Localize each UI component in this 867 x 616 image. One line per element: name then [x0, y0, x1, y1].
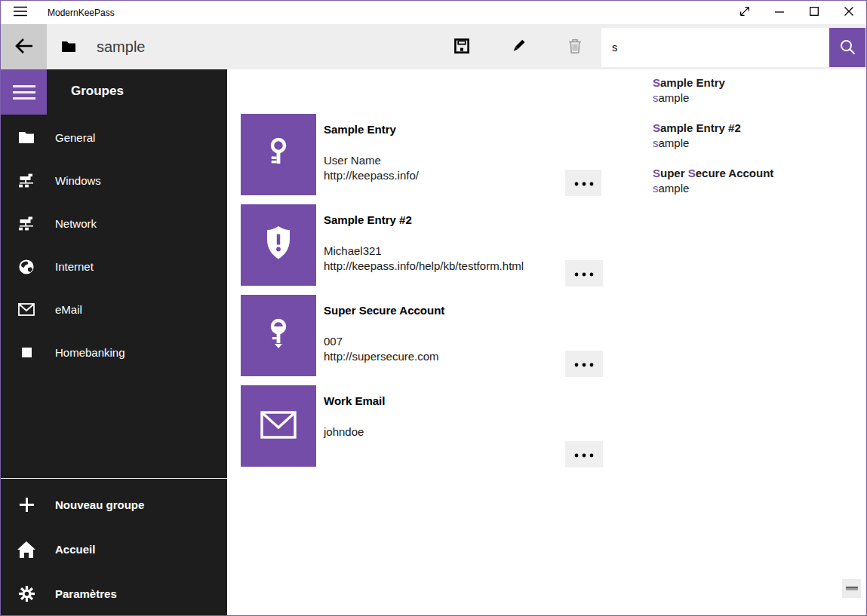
save-button[interactable]	[444, 24, 480, 69]
entry-details: User Name http://keepass.info/	[324, 153, 419, 183]
minimize-button[interactable]	[762, 1, 797, 24]
home-icon	[17, 541, 35, 558]
more-button[interactable]	[565, 260, 603, 287]
shield-alert-icon	[262, 225, 295, 265]
entry-details: johndoe	[324, 424, 364, 440]
save-icon	[454, 38, 469, 56]
entry-title: Work Email	[324, 394, 385, 407]
search-input[interactable]	[601, 28, 829, 67]
suggestion-subtitle: sample	[653, 90, 865, 106]
entry-tile[interactable]	[241, 114, 316, 195]
maximize-icon	[810, 7, 819, 18]
sidebar-item-home[interactable]: Accueil	[1, 527, 227, 572]
sidebar-item-windows[interactable]: Windows	[1, 159, 227, 202]
sidebar-item-label: Nouveau groupe	[55, 498, 144, 511]
square-icon	[17, 348, 35, 357]
entry-details: Michael321 http://keepass.info/help/kb/t…	[324, 244, 524, 274]
sidebar-item-label: Paramètres	[55, 587, 117, 600]
ellipsis-icon	[574, 268, 594, 279]
gear-icon	[17, 586, 35, 602]
back-button[interactable]	[1, 24, 47, 69]
plus-icon	[17, 497, 35, 513]
ellipsis-icon	[574, 449, 594, 460]
sidebar-item-internet[interactable]: Internet	[1, 245, 227, 288]
sidebar-separator	[1, 478, 227, 479]
key-icon	[261, 317, 296, 354]
folder-icon	[17, 131, 35, 144]
sidebar: Groupes General Windows Network Internet	[1, 69, 227, 616]
sidebar-item-general[interactable]: General	[1, 116, 227, 159]
entry-username: Michael321	[324, 244, 524, 259]
more-button[interactable]	[565, 441, 603, 467]
search-suggestions: Sample Entry sample Sample Entry #2 samp…	[601, 69, 865, 207]
sidebar-item-label: Homebanking	[55, 346, 125, 359]
ellipsis-icon	[574, 358, 594, 369]
entry-row[interactable]: Work Email johndoe	[227, 385, 867, 467]
more-button[interactable]	[565, 170, 603, 196]
search-suggestion[interactable]: Sample Entry sample	[601, 69, 865, 115]
sidebar-item-label: Accueil	[55, 543, 95, 556]
entry-url: http://supersecure.com	[324, 349, 439, 364]
network-icon	[17, 173, 35, 188]
ellipsis-icon	[574, 177, 594, 188]
suggestion-subtitle: sample	[653, 181, 865, 196]
delete-button[interactable]	[557, 24, 593, 69]
edit-pencil-icon	[511, 38, 526, 56]
sidebar-item-label: Windows	[55, 174, 101, 187]
close-button[interactable]	[832, 1, 866, 24]
envelope-icon	[17, 303, 35, 316]
titlebar-hamburger-button[interactable]	[7, 1, 34, 24]
window-controls	[727, 1, 866, 24]
suggestion-title: Super Secure Account	[653, 166, 865, 181]
edit-button[interactable]	[500, 24, 536, 69]
key-icon	[261, 136, 296, 173]
more-button[interactable]	[565, 351, 603, 377]
entry-tile[interactable]	[241, 204, 316, 286]
sidebar-item-homebanking[interactable]: Homebanking	[1, 331, 227, 374]
fullscreen-icon	[738, 5, 752, 20]
nav-hamburger-button[interactable]	[1, 69, 47, 115]
envelope-icon	[260, 411, 297, 442]
suggestion-title: Sample Entry #2	[653, 121, 865, 136]
suggestion-subtitle: sample	[653, 136, 865, 151]
app-window: ModernKeePass	[0, 0, 867, 616]
sidebar-item-new-group[interactable]: Nouveau groupe	[1, 483, 227, 527]
app-title: ModernKeePass	[48, 1, 115, 24]
fullscreen-button[interactable]	[727, 1, 762, 24]
minus-icon	[846, 587, 858, 590]
sidebar-item-label: eMail	[55, 303, 82, 316]
entry-title: Super Secure Account	[324, 304, 444, 317]
titlebar: ModernKeePass	[1, 1, 866, 24]
sidebar-item-label: General	[55, 131, 95, 144]
search-suggestion[interactable]: Super Secure Account sample	[601, 160, 865, 205]
entry-title: Sample Entry	[324, 123, 396, 136]
entry-title: Sample Entry #2	[324, 213, 412, 226]
entry-row[interactable]: Super Secure Account 007 http://supersec…	[227, 295, 867, 376]
magnifier-icon	[839, 38, 856, 57]
entry-row[interactable]: Sample Entry #2 Michael321 http://keepas…	[227, 204, 867, 286]
entry-username: User Name	[324, 153, 419, 168]
sidebar-item-network[interactable]: Network	[1, 202, 227, 245]
groups-heading: Groupes	[71, 84, 124, 99]
entry-url: http://keepass.info/	[324, 168, 419, 183]
zoom-out-button[interactable]	[842, 579, 861, 598]
database-folder-icon	[61, 41, 76, 56]
maximize-button[interactable]	[797, 1, 832, 24]
network-icon	[17, 216, 35, 231]
entry-tile[interactable]	[241, 295, 316, 376]
search-suggestion[interactable]: Sample Entry #2 sample	[601, 115, 865, 160]
minimize-icon	[775, 7, 784, 18]
search-button[interactable]	[829, 28, 865, 67]
entry-username: johndoe	[324, 424, 364, 440]
sidebar-item-email[interactable]: eMail	[1, 288, 227, 331]
sidebar-item-settings[interactable]: Paramètres	[1, 572, 227, 616]
search-box	[601, 28, 865, 67]
hamburger-icon	[13, 5, 28, 20]
trash-icon	[568, 38, 582, 56]
back-arrow-icon	[14, 35, 35, 59]
entry-tile[interactable]	[241, 385, 316, 467]
sidebar-item-label: Internet	[55, 260, 94, 273]
suggestion-title: Sample Entry	[653, 75, 865, 90]
entry-username: 007	[324, 334, 439, 349]
globe-icon	[17, 259, 35, 275]
